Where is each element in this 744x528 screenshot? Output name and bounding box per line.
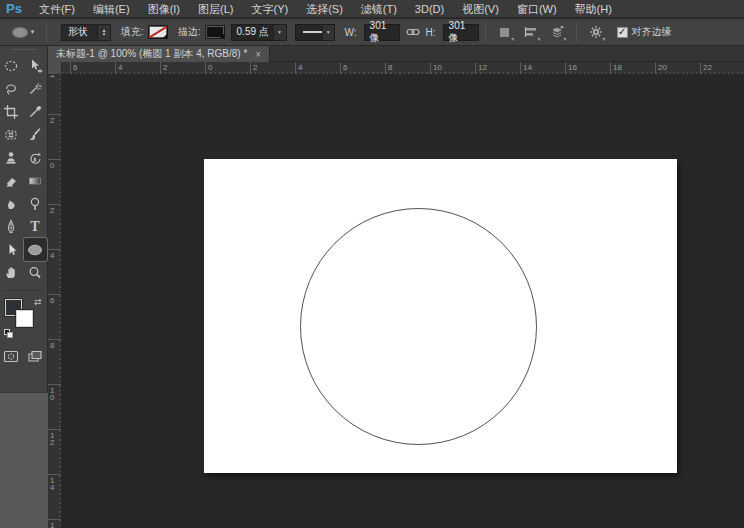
brush-tool[interactable]: [24, 123, 47, 146]
gear-settings-button[interactable]: [586, 22, 606, 42]
ellipse-shape-tool[interactable]: [24, 238, 47, 261]
document-tab-strip: 未标题-1 @ 100% (椭圆 1 副本 4, RGB/8) * ×: [48, 46, 744, 62]
stroke-style-select[interactable]: ▼: [295, 24, 335, 41]
ruler-tick: [565, 62, 566, 75]
document-canvas[interactable]: [204, 159, 677, 473]
elliptical-marquee-tool[interactable]: [0, 54, 23, 77]
photoshop-window: Ps 文件(F)编辑(E)图像(I)图层(L)文字(Y)选择(S)滤镜(T)3D…: [0, 0, 744, 528]
ruler-tick: [520, 62, 521, 75]
menu-item-2[interactable]: 图像(I): [139, 0, 189, 18]
chevron-down-icon[interactable]: ▼: [273, 25, 286, 40]
ruler-label: 14: [523, 63, 532, 72]
type-tool[interactable]: T: [24, 215, 47, 238]
height-label: H:: [426, 27, 436, 38]
healing-brush-tool[interactable]: [0, 123, 23, 146]
color-swatches: ⇄: [4, 297, 44, 341]
ruler-label: 4: [298, 63, 302, 72]
tool-options-bar: ▾ 形状 ▲▼ 填充: 描边: 0.59 点 ▼ ▼ W: 301 像: [0, 19, 744, 46]
ruler-tick: [48, 339, 62, 340]
ruler-tick: [48, 519, 62, 520]
separator: [46, 22, 47, 42]
ruler-tick: [610, 62, 611, 75]
fill-label: 填充:: [121, 25, 144, 39]
pen-tool[interactable]: [0, 215, 23, 238]
solid-line-icon: [303, 31, 322, 33]
magic-wand-tool[interactable]: [24, 77, 47, 100]
menu-item-4[interactable]: 文字(Y): [242, 0, 297, 18]
ruler-label: 16: [568, 63, 577, 72]
ruler-tick: [205, 62, 206, 75]
align-edges-checkbox[interactable]: ✓: [617, 27, 628, 38]
ruler-label: 4: [118, 63, 122, 72]
shape-width-value: 301 像: [370, 20, 394, 45]
ruler-label: 0: [50, 162, 57, 169]
path-alignment-button[interactable]: [521, 22, 541, 42]
horizontal-ruler[interactable]: 6420246810121416182022: [62, 62, 744, 75]
swap-colors-icon[interactable]: ⇄: [34, 297, 42, 307]
history-brush-tool[interactable]: [24, 146, 47, 169]
lasso-tool[interactable]: [0, 77, 23, 100]
menu-item-1[interactable]: 编辑(E): [84, 0, 139, 18]
ruler-tick: [48, 204, 62, 205]
canvas-viewport[interactable]: [62, 75, 744, 528]
shape-width-input[interactable]: 301 像: [364, 24, 400, 41]
shape-height-input[interactable]: 301 像: [443, 24, 479, 41]
hand-tool[interactable]: [0, 261, 23, 284]
link-dimensions-button[interactable]: [403, 22, 423, 42]
document-title: 未标题-1 @ 100% (椭圆 1 副本 4, RGB/8) *: [56, 47, 247, 61]
tool-preset-picker[interactable]: ▾: [6, 22, 40, 42]
close-tab-icon[interactable]: ×: [255, 49, 261, 60]
ruler-label: 10: [50, 387, 57, 401]
ruler-label: 12: [50, 432, 57, 446]
path-selection-tool[interactable]: [0, 238, 23, 261]
menu-item-8[interactable]: 视图(V): [453, 0, 508, 18]
ruler-tick: [48, 384, 62, 385]
path-arrange-button[interactable]: [547, 22, 567, 42]
tool-mode-select[interactable]: 形状 ▲▼: [61, 24, 111, 41]
menu-item-10[interactable]: 帮助(H): [566, 0, 621, 18]
screen-mode-button[interactable]: [24, 345, 47, 368]
smudge-tool[interactable]: [0, 192, 23, 215]
vertical-ruler[interactable]: 420246810121416: [48, 75, 62, 528]
default-colors-icon[interactable]: [4, 329, 14, 339]
move-tool[interactable]: [24, 54, 47, 77]
chevron-down-icon: ▼: [322, 25, 334, 40]
stroke-width-value: 0.59 点: [237, 25, 269, 39]
menu-item-7[interactable]: 3D(D): [406, 0, 453, 18]
ruler-label: 12: [478, 63, 487, 72]
ellipse-tool-icon: [12, 27, 28, 38]
ruler-tick: [48, 474, 62, 475]
ruler-tick: [70, 62, 71, 75]
shape-height-value: 301 像: [449, 20, 473, 45]
background-color-swatch[interactable]: [16, 310, 33, 327]
menu-item-5[interactable]: 选择(S): [297, 0, 352, 18]
stroke-swatch[interactable]: [205, 25, 225, 39]
menu-item-9[interactable]: 窗口(W): [508, 0, 566, 18]
panel-grip[interactable]: [0, 46, 47, 54]
menu-item-3[interactable]: 图层(L): [189, 0, 242, 18]
chevron-down-icon: [537, 38, 540, 41]
ruler-tick: [295, 62, 296, 75]
swatch-dropdown-corner-icon: [163, 34, 167, 38]
toolbar-divider: [4, 285, 43, 291]
zoom-tool[interactable]: [24, 261, 47, 284]
separator: [485, 22, 486, 42]
crop-tool[interactable]: [0, 100, 23, 123]
path-operations-button[interactable]: [495, 22, 515, 42]
stroke-width-field[interactable]: 0.59 点 ▼: [231, 24, 287, 41]
menu-item-6[interactable]: 滤镜(T): [352, 0, 406, 18]
clone-stamp-tool[interactable]: [0, 146, 23, 169]
ruler-label: 4: [50, 252, 57, 259]
eyedropper-tool[interactable]: [24, 100, 47, 123]
menu-item-0[interactable]: 文件(F): [30, 0, 84, 18]
ruler-origin-corner[interactable]: [48, 62, 62, 75]
ruler-label: 14: [50, 477, 57, 491]
gradient-tool[interactable]: [24, 169, 47, 192]
ruler-tick: [430, 62, 431, 75]
eraser-tool[interactable]: [0, 169, 23, 192]
fill-swatch[interactable]: [148, 25, 168, 39]
quick-mask-button[interactable]: [0, 345, 23, 368]
dodge-tool[interactable]: [24, 192, 47, 215]
document-tab[interactable]: 未标题-1 @ 100% (椭圆 1 副本 4, RGB/8) * ×: [48, 46, 270, 62]
ruler-label: 0: [208, 63, 212, 72]
